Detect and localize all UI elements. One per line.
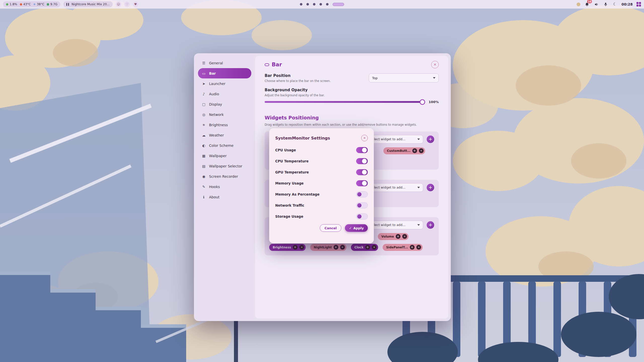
toggle-knob (357, 214, 361, 219)
workspace-dot[interactable] (300, 3, 302, 6)
workspace-dot[interactable] (313, 3, 315, 6)
widgets-positioning-desc: Drag widgets to reposition them within e… (265, 122, 439, 127)
workspace-dot[interactable] (306, 3, 309, 6)
sidebar-item-audio[interactable]: ♪ Audio (198, 89, 251, 99)
sidebar-item-about[interactable]: ℹ About (198, 192, 251, 202)
chevron-down-icon (433, 77, 435, 79)
remove-icon[interactable]: ✕ (340, 245, 345, 250)
workspace-dot[interactable] (319, 3, 322, 6)
top-bar: 1.8% 43°C ❄ 38°C 9.7G Nightcore Music Mi… (0, 0, 644, 9)
sidebar-item-general[interactable]: ☰ General (198, 58, 251, 68)
workspace-active-pill[interactable] (333, 3, 344, 6)
remove-icon[interactable]: ✕ (372, 245, 377, 250)
toggle-switch[interactable] (356, 158, 368, 164)
app-launcher-button[interactable] (636, 2, 641, 7)
toggle-switch[interactable] (356, 180, 368, 186)
media-pill[interactable]: Nightcore Music Mix 20... (63, 1, 112, 7)
notifications-button[interactable]: 10 (584, 2, 590, 7)
widget-chip-sidepanel[interactable]: SidePanelT... ⚙ ✕ (383, 244, 423, 251)
sidebar-item-label: Color Scheme (209, 144, 233, 148)
sidebar-item-launcher[interactable]: ➤ Launcher (198, 78, 251, 89)
workspace-dot[interactable] (326, 3, 329, 6)
rocket-icon: ➤ (202, 82, 206, 86)
sidebar-item-hooks[interactable]: ✎ Hooks (198, 182, 251, 192)
sidebar-item-bar[interactable]: ▭ Bar (198, 68, 251, 78)
sidebar-item-label: Wallpaper (209, 154, 227, 158)
heart-icon[interactable]: ♥ (133, 2, 138, 7)
toggle-label: GPU Temperature (275, 170, 309, 174)
toggle-switch[interactable] (356, 147, 368, 153)
toggle-label: Storage Usage (275, 214, 303, 218)
add-widget-button[interactable]: + (427, 221, 434, 229)
desktop: 1.8% 43°C ❄ 38°C 9.7G Nightcore Music Mi… (0, 0, 644, 362)
sidebar-item-label: Launcher (209, 82, 225, 86)
modal-close-button[interactable]: ✕ (361, 135, 368, 141)
emoji-tray-icon[interactable]: ☺ (116, 2, 121, 7)
system-stats-pill[interactable]: 1.8% 43°C ❄ 38°C 9.7G (3, 1, 60, 7)
gear-icon[interactable]: ⚙ (365, 245, 370, 250)
toggle-row-cpu-temperature: CPU Temperature (275, 158, 368, 164)
window-close-button[interactable]: ✕ (431, 61, 439, 68)
sidebar-item-screen-recorder[interactable]: ◉ Screen Recorder (198, 171, 251, 182)
add-widget-dropdown[interactable]: Select widget to add... (367, 221, 423, 229)
microphone-button[interactable] (603, 2, 608, 7)
opacity-slider[interactable] (265, 101, 425, 103)
widget-chip-volume[interactable]: Volume ⚙ ✕ (378, 233, 409, 240)
remove-icon[interactable]: ✕ (416, 245, 421, 250)
moon-icon: ☾ (613, 2, 617, 6)
color-swatch-icon[interactable] (577, 3, 580, 6)
sidebar-item-brightness[interactable]: ☀ Brightness (198, 120, 251, 130)
gear-icon[interactable]: ⚙ (293, 245, 298, 250)
widget-chip-nightlight[interactable]: NightLight ⚙ ✕ (310, 244, 346, 251)
opacity-slider-row: 100% (265, 100, 439, 104)
night-light-button[interactable]: ☾ (612, 2, 618, 7)
widget-chip-custombutton[interactable]: CustomButt... ⚙ ✕ (383, 147, 425, 154)
sidebar-item-wallpaper-selector[interactable]: ▤ Wallpaper Selector (198, 161, 251, 171)
toggle-knob (362, 159, 367, 164)
thermometer-icon (20, 3, 22, 6)
widget-chip-clock[interactable]: Clock ⚙ ✕ (351, 244, 378, 251)
remove-icon[interactable]: ✕ (419, 148, 424, 153)
bar-position-dropdown[interactable]: Top (369, 73, 439, 82)
remove-icon[interactable]: ✕ (299, 245, 304, 250)
add-widget-dropdown[interactable]: Select widget to add... (367, 183, 423, 192)
gear-icon[interactable]: ⚙ (396, 234, 400, 239)
clock[interactable]: 00:28 (621, 2, 633, 6)
remove-icon[interactable]: ✕ (402, 234, 407, 239)
monitor-icon: ▢ (202, 102, 206, 106)
chevron-down-icon (417, 224, 420, 226)
toggle-label: Memory As Percentage (275, 192, 319, 196)
add-widget-dropdown[interactable]: Select widget to add... (367, 135, 423, 144)
cpu-temp-stat: 43°C (20, 3, 31, 6)
toggle-switch[interactable] (356, 191, 368, 197)
add-widget-button[interactable]: + (427, 135, 434, 143)
sidebar-item-label: Screen Recorder (209, 174, 238, 178)
widget-chip-brightness[interactable]: Brightness ⚙ ✕ (269, 244, 306, 251)
volume-button[interactable] (593, 2, 599, 7)
toggle-switch[interactable] (356, 202, 368, 208)
gear-icon[interactable]: ⚙ (334, 245, 338, 250)
add-widget-button[interactable]: + (427, 184, 434, 191)
chip-label: SidePanelT... (386, 246, 408, 249)
toggle-switch[interactable] (356, 213, 368, 219)
cancel-button[interactable]: Cancel (320, 224, 342, 232)
modal-buttons: Cancel ✓ Apply (275, 224, 368, 232)
chip-label: Clock (354, 246, 364, 249)
sidebar-item-weather[interactable]: ☁ Weather (198, 130, 251, 140)
sidebar-item-display[interactable]: ▢ Display (198, 99, 251, 109)
check-icon: ✓ (349, 226, 352, 230)
sidebar-item-wallpaper[interactable]: ▦ Wallpaper (198, 151, 251, 161)
gear-icon[interactable]: ⚙ (412, 148, 417, 153)
toggle-switch[interactable] (356, 169, 368, 175)
heart-outline-icon[interactable]: ♡ (124, 2, 130, 7)
bar-title-icon (265, 63, 269, 66)
toggle-row-memory-as-percentage: Memory As Percentage (275, 191, 368, 198)
sidebar-item-label: About (209, 195, 219, 199)
sidebar-item-network[interactable]: ◎ Network (198, 109, 251, 120)
slider-knob[interactable] (420, 99, 425, 105)
sidebar-item-label: Hooks (209, 185, 220, 189)
sidebar-item-color-scheme[interactable]: ◐ Color Scheme (198, 140, 251, 151)
gear-icon[interactable]: ⚙ (410, 245, 415, 250)
apply-button[interactable]: ✓ Apply (345, 224, 368, 232)
media-title: Nightcore Music Mix 20... (71, 3, 109, 6)
